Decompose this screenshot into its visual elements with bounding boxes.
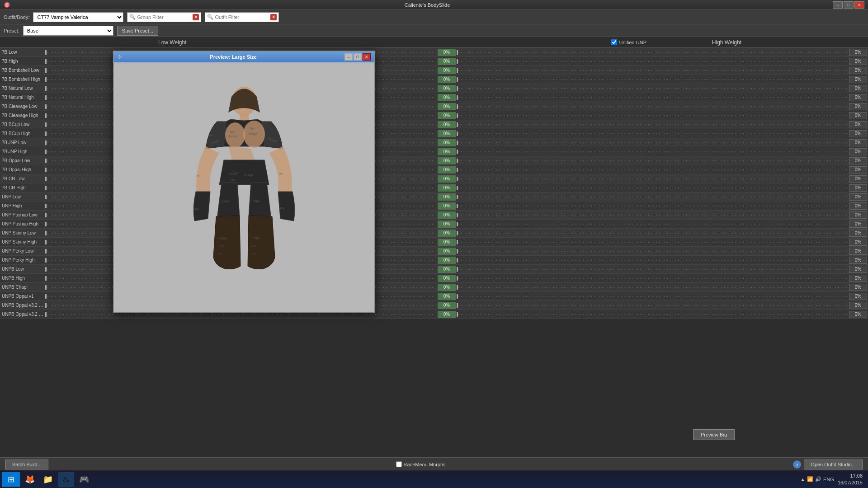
slider-track-high[interactable] bbox=[457, 283, 849, 291]
outfit-body-select[interactable]: CT77 Vampire Valerica bbox=[33, 12, 123, 22]
slider-value-high[interactable]: 0% bbox=[849, 202, 867, 210]
close-button[interactable]: ✕ bbox=[854, 1, 864, 9]
open-outfit-studio-button[interactable]: Open Outfit Studio... bbox=[804, 460, 863, 469]
slider-handle-high[interactable] bbox=[457, 240, 458, 244]
slider-value-high[interactable]: 0% bbox=[849, 211, 867, 219]
slider-handle-high[interactable] bbox=[457, 312, 458, 317]
slider-handle-low[interactable] bbox=[45, 86, 47, 91]
slider-value-low[interactable]: 0% bbox=[438, 76, 456, 83]
slider-track-high[interactable] bbox=[457, 165, 849, 174]
slider-value-high[interactable]: 0% bbox=[849, 85, 867, 92]
slider-handle-high[interactable] bbox=[457, 68, 458, 73]
slider-value-high[interactable]: 0% bbox=[849, 248, 867, 255]
slider-handle-high[interactable] bbox=[457, 50, 458, 55]
slider-value-low[interactable]: 0% bbox=[438, 239, 456, 246]
slider-track-high[interactable] bbox=[457, 292, 849, 300]
slider-value-low[interactable]: 0% bbox=[438, 284, 456, 291]
slider-track-high[interactable] bbox=[457, 192, 849, 201]
slider-value-low[interactable]: 0% bbox=[438, 166, 456, 174]
slider-track-high[interactable] bbox=[457, 174, 849, 183]
slider-track-high[interactable] bbox=[457, 129, 849, 138]
slider-value-low[interactable]: 0% bbox=[438, 202, 456, 210]
slider-value-high[interactable]: 0% bbox=[849, 94, 867, 101]
slider-value-low[interactable]: 0% bbox=[438, 130, 456, 137]
slider-value-high[interactable]: 0% bbox=[849, 121, 867, 128]
taskbar-icon-steam[interactable]: ♨ bbox=[58, 472, 74, 487]
slider-track-high[interactable] bbox=[457, 310, 849, 319]
group-filter-input[interactable] bbox=[137, 14, 191, 20]
slider-handle-high[interactable] bbox=[457, 249, 458, 253]
slider-handle-high[interactable] bbox=[457, 141, 458, 145]
slider-value-low[interactable]: 0% bbox=[438, 58, 456, 65]
slider-value-low[interactable]: 0% bbox=[438, 121, 456, 128]
slider-handle-low[interactable] bbox=[45, 213, 47, 217]
slider-value-low[interactable]: 0% bbox=[438, 94, 456, 101]
slider-track-high[interactable] bbox=[457, 247, 849, 255]
preview-drag-icon[interactable]: ⊹ bbox=[118, 54, 122, 60]
maximize-button[interactable]: □ bbox=[844, 1, 854, 9]
save-preset-button[interactable]: Save Preset... bbox=[117, 26, 158, 36]
group-filter-clear-button[interactable]: ✕ bbox=[193, 14, 199, 20]
preview-close-button[interactable]: ✕ bbox=[363, 53, 371, 61]
slider-handle-high[interactable] bbox=[457, 303, 458, 308]
outfit-filter-clear-button[interactable]: ✕ bbox=[270, 14, 277, 20]
slider-handle-high[interactable] bbox=[457, 222, 458, 226]
slider-value-high[interactable]: 0% bbox=[849, 275, 867, 282]
slider-handle-low[interactable] bbox=[45, 104, 47, 109]
taskbar-icon-folder[interactable]: 📁 bbox=[40, 472, 56, 487]
slider-handle-high[interactable] bbox=[457, 131, 458, 136]
slider-value-low[interactable]: 0% bbox=[438, 302, 456, 309]
slider-track-high[interactable] bbox=[457, 75, 849, 84]
tray-chevron[interactable]: ▲ bbox=[800, 477, 805, 482]
slider-value-high[interactable]: 0% bbox=[849, 302, 867, 309]
slider-track-high[interactable] bbox=[457, 120, 849, 129]
slider-handle-low[interactable] bbox=[45, 240, 47, 244]
slider-value-high[interactable]: 0% bbox=[849, 311, 867, 318]
slider-value-low[interactable]: 0% bbox=[438, 148, 456, 155]
slider-handle-high[interactable] bbox=[457, 150, 458, 154]
slider-value-high[interactable]: 0% bbox=[849, 157, 867, 164]
slider-value-low[interactable]: 0% bbox=[438, 311, 456, 318]
slider-value-low[interactable]: 0% bbox=[438, 275, 456, 282]
slider-value-high[interactable]: 0% bbox=[849, 67, 867, 74]
slider-handle-low[interactable] bbox=[45, 168, 47, 172]
slider-value-low[interactable]: 0% bbox=[438, 211, 456, 219]
slider-handle-high[interactable] bbox=[457, 59, 458, 64]
slider-value-high[interactable]: 0% bbox=[849, 221, 867, 228]
slider-track-high[interactable] bbox=[457, 220, 849, 228]
slider-handle-high[interactable] bbox=[457, 168, 458, 172]
slider-handle-low[interactable] bbox=[45, 186, 47, 190]
slider-value-high[interactable]: 0% bbox=[849, 130, 867, 137]
outfit-filter-input[interactable] bbox=[215, 14, 269, 20]
slider-track-high[interactable] bbox=[457, 183, 849, 192]
slider-value-high[interactable]: 0% bbox=[849, 266, 867, 273]
slider-handle-low[interactable] bbox=[45, 204, 47, 208]
slider-value-high[interactable]: 0% bbox=[849, 257, 867, 264]
slider-value-low[interactable]: 0% bbox=[438, 175, 456, 183]
slider-track-high[interactable] bbox=[457, 265, 849, 273]
slider-value-low[interactable]: 0% bbox=[438, 112, 456, 119]
slider-track-high[interactable] bbox=[457, 147, 849, 156]
slider-value-low[interactable]: 0% bbox=[438, 293, 456, 300]
slider-value-low[interactable]: 0% bbox=[438, 230, 456, 237]
slider-handle-high[interactable] bbox=[457, 231, 458, 235]
slider-value-low[interactable]: 0% bbox=[438, 266, 456, 273]
preview-big-button[interactable]: Preview Big bbox=[693, 429, 735, 440]
slider-value-high[interactable]: 0% bbox=[849, 103, 867, 110]
slider-value-high[interactable]: 0% bbox=[849, 166, 867, 174]
slider-handle-high[interactable] bbox=[457, 77, 458, 82]
slider-track-high[interactable] bbox=[457, 57, 849, 66]
slider-handle-high[interactable] bbox=[457, 104, 458, 109]
slider-track-high[interactable] bbox=[457, 84, 849, 93]
slider-value-low[interactable]: 0% bbox=[438, 103, 456, 110]
slider-track-high[interactable] bbox=[457, 229, 849, 237]
slider-value-high[interactable]: 0% bbox=[849, 112, 867, 119]
slider-track-high[interactable] bbox=[457, 256, 849, 264]
slider-track-high[interactable] bbox=[457, 102, 849, 111]
slider-handle-low[interactable] bbox=[45, 95, 47, 100]
slider-track-high[interactable] bbox=[457, 93, 849, 102]
slider-value-high[interactable]: 0% bbox=[849, 184, 867, 192]
slider-handle-low[interactable] bbox=[45, 222, 47, 226]
slider-handle-high[interactable] bbox=[457, 213, 458, 217]
slider-value-high[interactable]: 0% bbox=[849, 49, 867, 56]
